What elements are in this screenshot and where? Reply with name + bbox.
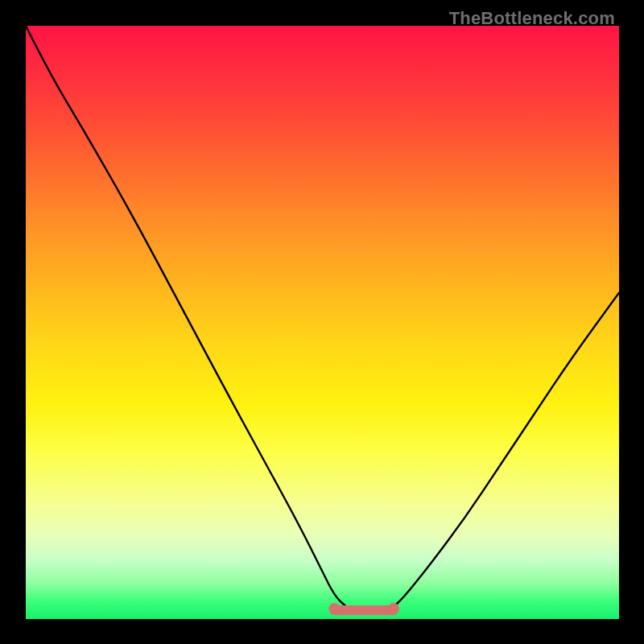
chart-svg	[26, 26, 619, 619]
flat-region-dot-left	[328, 603, 340, 614]
flat-region-dot-right	[388, 603, 399, 614]
chart-frame: TheBottleneck.com	[0, 0, 644, 644]
plot-area	[26, 26, 619, 619]
bottleneck-curve	[26, 26, 619, 613]
